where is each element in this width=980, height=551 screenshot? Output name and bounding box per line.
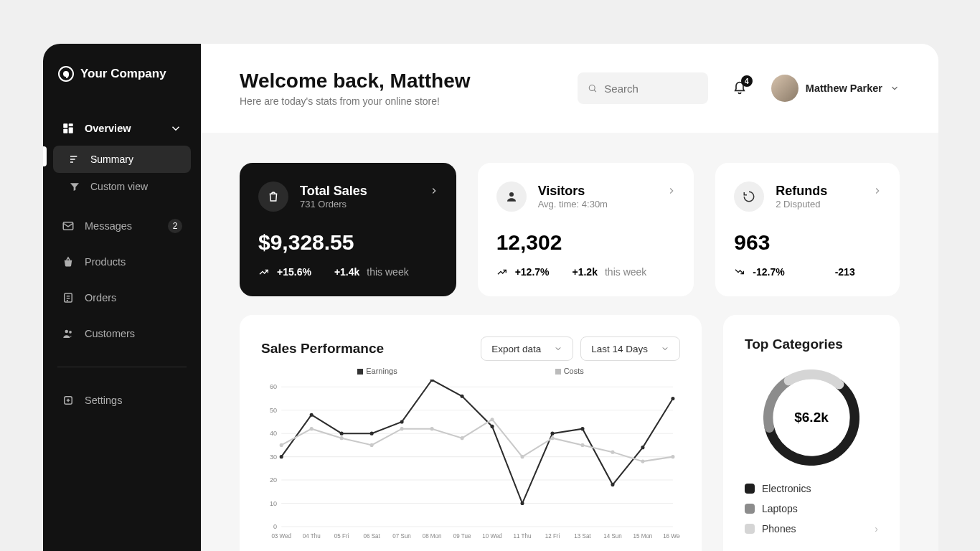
sales-panel-title: Sales Performance: [261, 341, 384, 357]
nav-overview-label: Overview: [85, 123, 131, 134]
lower-row: Sales Performance Export data Last 14 Da…: [240, 315, 900, 551]
svg-point-12: [509, 192, 514, 197]
messages-badge: 2: [168, 219, 182, 233]
card-visitors-sub: Avg. time: 4:30m: [538, 199, 608, 209]
svg-rect-4: [69, 128, 73, 133]
nav-orders-label: Orders: [85, 292, 116, 303]
svg-text:12 Fri: 12 Fri: [545, 534, 560, 540]
nav-orders[interactable]: Orders: [53, 285, 191, 311]
dashboard-icon: [62, 122, 75, 135]
nav-settings[interactable]: Settings: [53, 387, 191, 413]
card-refunds[interactable]: Refunds 2 Disputed 963 -12.7% -213: [715, 163, 900, 296]
category-label: Phones: [762, 523, 796, 534]
search-box[interactable]: [578, 72, 708, 104]
card-sales-value: $9,328.55: [258, 230, 438, 255]
donut-total: $6.2k: [763, 369, 859, 466]
brand[interactable]: Your Company: [53, 65, 191, 83]
svg-text:20: 20: [270, 476, 277, 484]
category-swatch: [745, 524, 755, 534]
svg-point-47: [461, 395, 464, 398]
category-label: Electronics: [762, 483, 811, 494]
user-menu[interactable]: Matthew Parker: [771, 75, 900, 102]
svg-text:60: 60: [270, 383, 277, 390]
overview-submenu: Summary Custom view: [53, 146, 191, 200]
user-name: Matthew Parker: [806, 83, 882, 94]
mail-icon: [62, 220, 75, 232]
svg-rect-3: [69, 123, 73, 126]
chevron-down-icon: [554, 344, 562, 353]
nav-messages[interactable]: Messages 2: [53, 213, 191, 239]
svg-text:30: 30: [270, 453, 277, 461]
nav-customers[interactable]: Customers: [53, 321, 191, 347]
export-data-button[interactable]: Export data: [481, 336, 573, 361]
nav-customers-label: Customers: [85, 328, 135, 339]
svg-point-11: [589, 85, 595, 91]
categories-title: Top Categories: [745, 336, 878, 352]
basket-icon: [62, 255, 75, 268]
svg-text:14 Sun: 14 Sun: [603, 534, 621, 540]
card-total-sales[interactable]: Total Sales 731 Orders $9,328.55 +15.6% …: [240, 163, 456, 296]
card-visitors-pct: +12.7%: [515, 266, 550, 278]
svg-point-67: [641, 460, 644, 463]
page-subtitle: Here are today's stats from your online …: [240, 95, 471, 107]
settings-icon: [62, 394, 75, 407]
trend-up-icon: [496, 266, 508, 278]
chevron-down-icon: [169, 122, 182, 135]
svg-point-9: [69, 331, 72, 334]
svg-point-55: [280, 443, 283, 447]
svg-point-52: [611, 483, 614, 486]
svg-point-48: [491, 425, 494, 428]
greeting: Welcome back, Matthew Here are today's s…: [240, 70, 471, 107]
svg-point-45: [400, 420, 404, 424]
card-visitors[interactable]: Visitors Avg. time: 4:30m 12,302 +12.7% …: [478, 163, 694, 296]
nav-products[interactable]: Products: [53, 249, 191, 275]
date-range-button[interactable]: Last 14 Days: [580, 336, 680, 361]
category-item[interactable]: Electronics: [745, 483, 878, 494]
categories-list: Electronics Laptops Phones ›: [745, 483, 878, 534]
card-sales-sub: 731 Orders: [300, 199, 367, 209]
topbar: Welcome back, Matthew Here are today's s…: [201, 44, 938, 133]
svg-point-49: [521, 501, 524, 505]
svg-point-56: [310, 427, 314, 430]
sidebar-divider: [57, 367, 187, 367]
svg-text:11 Thu: 11 Thu: [514, 534, 532, 540]
search-input[interactable]: [604, 83, 697, 95]
search-icon: [588, 83, 598, 94]
category-item[interactable]: Laptops: [745, 503, 878, 514]
bars-icon: [69, 154, 80, 165]
svg-point-66: [611, 451, 614, 454]
svg-point-57: [340, 436, 344, 440]
svg-point-8: [65, 330, 69, 334]
notifications-button[interactable]: 4: [724, 72, 755, 104]
nav-custom-view[interactable]: Custom view: [53, 173, 191, 200]
nav-overview[interactable]: Overview: [53, 116, 191, 141]
refund-icon: [734, 182, 764, 212]
nav-summary-label: Summary: [90, 154, 133, 165]
nav-custom-view-label: Custom view: [90, 181, 148, 192]
chevron-down-icon: [890, 83, 900, 93]
svg-text:15 Mon: 15 Mon: [633, 534, 653, 540]
svg-point-43: [340, 432, 344, 435]
svg-point-53: [641, 446, 644, 449]
svg-point-44: [370, 432, 374, 435]
category-item[interactable]: Phones ›: [745, 523, 878, 534]
card-sales-abs: +1.4k: [334, 266, 359, 278]
svg-text:04 Thu: 04 Thu: [303, 534, 321, 540]
bag-icon: [258, 182, 288, 212]
trend-up-icon: [258, 266, 270, 278]
app-window: Your Company Overview Summary Custom vie…: [43, 44, 938, 551]
avatar: [771, 75, 798, 102]
nav-main-list: Messages 2 Products Orders Customers Set…: [53, 213, 191, 413]
svg-point-63: [521, 455, 524, 458]
date-range-label: Last 14 Days: [591, 344, 648, 354]
user-icon: [496, 182, 527, 212]
svg-text:13 Sat: 13 Sat: [574, 534, 591, 540]
svg-point-65: [580, 443, 584, 447]
nav-summary[interactable]: Summary: [53, 146, 191, 173]
sales-chart: 010203040506003 Wed04 Thu05 Fri06 Sat07 …: [261, 380, 680, 542]
brand-logo-icon: [57, 65, 75, 83]
svg-point-64: [550, 436, 554, 440]
card-visitors-value: 12,302: [496, 230, 676, 255]
chevron-right-icon: ›: [875, 523, 878, 534]
orders-icon: [62, 291, 75, 304]
